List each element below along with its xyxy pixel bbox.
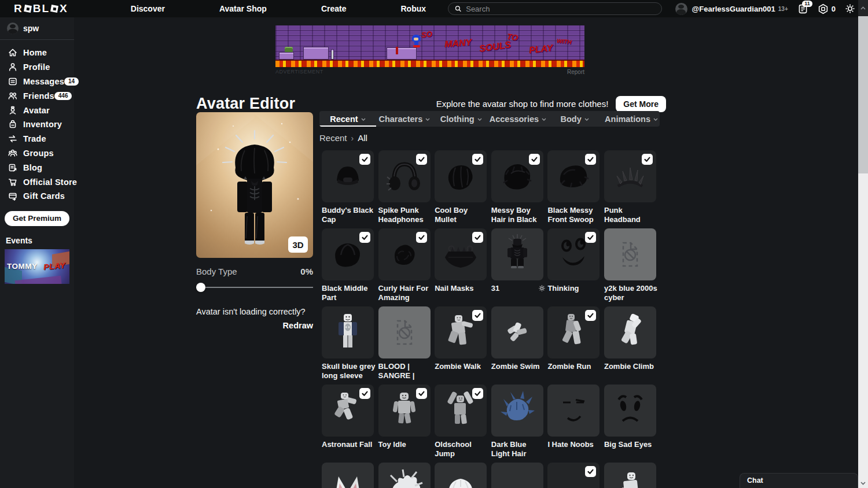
scrollbar-thumb[interactable] (858, 16, 868, 173)
item-tile[interactable] (322, 306, 374, 358)
search-input[interactable] (466, 5, 656, 13)
nav-link-create[interactable]: Create (294, 4, 374, 13)
breadcrumb-recent[interactable]: Recent (319, 133, 347, 143)
item-tile[interactable] (378, 306, 431, 358)
item-tile[interactable] (547, 150, 599, 202)
slider-thumb[interactable] (196, 283, 205, 292)
outfit-settings-gear-icon[interactable] (538, 284, 546, 292)
item-checkbox-checked[interactable] (585, 310, 596, 321)
roblox-logo[interactable]: RBLX (14, 2, 68, 15)
sidebar-menu: HomeProfileMessages14Friends446AvatarInv… (0, 46, 74, 204)
nav-link-robux[interactable]: Robux (373, 4, 453, 13)
item-tile[interactable] (322, 228, 374, 280)
item-tile[interactable] (491, 306, 543, 358)
page-scrollbar[interactable] (858, 0, 868, 488)
item-checkbox-checked[interactable] (416, 154, 427, 165)
sidebar-item-inventory[interactable]: Inventory (0, 117, 74, 132)
redraw-link[interactable]: Redraw (196, 321, 313, 330)
item-tile[interactable] (604, 385, 656, 437)
username-label[interactable]: @FearlessGuardian001 (692, 5, 775, 13)
item-tile[interactable] (435, 463, 487, 488)
robux-button[interactable]: 0 (818, 3, 836, 14)
settings-button[interactable] (845, 3, 855, 14)
item-tile[interactable] (435, 385, 487, 437)
item-tile[interactable] (547, 385, 599, 437)
item-tile[interactable] (435, 228, 487, 280)
item-checkbox-checked[interactable] (359, 232, 370, 243)
item-tile[interactable] (378, 385, 431, 437)
item-checkbox-checked[interactable] (472, 232, 483, 243)
slider-track (196, 287, 313, 288)
body-type-label: Body Type (196, 267, 237, 276)
item-checkbox-checked[interactable] (472, 310, 483, 321)
item-checkbox-checked[interactable] (359, 388, 370, 399)
item-checkbox-checked[interactable] (529, 154, 540, 165)
item-tile[interactable] (491, 463, 543, 488)
sidebar-item-messages[interactable]: Messages14 (0, 75, 74, 89)
item-tile[interactable] (604, 463, 656, 488)
sidebar-item-groups[interactable]: Groups (0, 146, 74, 161)
item-checkbox-checked[interactable] (642, 154, 653, 165)
item-checkbox-checked[interactable] (585, 154, 596, 165)
item-checkbox-checked[interactable] (359, 154, 370, 165)
item-tile[interactable] (322, 463, 374, 488)
tab-accessories[interactable]: Accessories (490, 111, 546, 127)
avatar-preview[interactable]: 3D (196, 112, 313, 258)
nav-link-avatar-shop[interactable]: Avatar Shop (192, 4, 294, 13)
sidebar-item-friends[interactable]: Friends446 (0, 88, 74, 103)
item-tile[interactable] (322, 150, 374, 202)
breadcrumb-all[interactable]: All (358, 133, 367, 143)
item-tile[interactable] (547, 463, 599, 488)
item-checkbox-checked[interactable] (416, 232, 427, 243)
ad-banner[interactable]: SOMANYSOULSTOPLAYWITH (275, 25, 584, 67)
item-checkbox-checked[interactable] (585, 232, 596, 243)
item-tile[interactable] (378, 150, 431, 202)
get-premium-button[interactable]: Get Premium (5, 211, 69, 226)
sidebar-user[interactable]: spw (0, 17, 74, 40)
get-more-button[interactable]: Get More (616, 96, 666, 112)
tab-clothing[interactable]: Clothing (433, 111, 490, 127)
item-tile[interactable] (322, 385, 374, 437)
item-tile[interactable] (491, 150, 543, 202)
item-checkbox-checked[interactable] (416, 388, 427, 399)
item-tile[interactable] (491, 385, 543, 437)
nav-link-discover[interactable]: Discover (104, 4, 192, 13)
3d-toggle-button[interactable]: 3D (288, 236, 308, 253)
event-banner-tommy-play[interactable]: TOMMY PLAY (5, 249, 69, 284)
sidebar-item-avatar[interactable]: Avatar (0, 103, 74, 117)
scrollbar-down-button[interactable] (858, 479, 868, 488)
chat-bar[interactable]: Chat (740, 473, 858, 488)
tab-body[interactable]: Body (546, 111, 603, 127)
item-tile[interactable] (604, 306, 656, 358)
item-tile[interactable] (491, 228, 543, 280)
sidebar-item-home[interactable]: Home (0, 46, 74, 60)
item-tile[interactable] (604, 150, 656, 202)
profile-icon (8, 62, 18, 72)
body-type-slider[interactable] (196, 283, 313, 292)
tab-animations[interactable]: Animations (603, 111, 660, 127)
user-avatar[interactable] (675, 3, 687, 15)
tab-characters[interactable]: Characters (376, 111, 433, 127)
item-checkbox-checked[interactable] (472, 154, 483, 165)
item-checkbox-checked[interactable] (585, 466, 596, 477)
item-tile[interactable] (435, 150, 487, 202)
sidebar-item-trade[interactable]: Trade (0, 132, 74, 146)
item-tile[interactable] (378, 463, 431, 488)
item-tile[interactable] (604, 228, 656, 280)
sidebar-item-gift-cards[interactable]: Gift Cards (0, 189, 74, 204)
breadcrumb-separator: › (351, 134, 354, 143)
scrollbar-up-button[interactable] (858, 0, 868, 16)
item-tile[interactable] (547, 306, 599, 358)
sidebar-item-profile[interactable]: Profile (0, 60, 74, 75)
item-tile[interactable] (547, 228, 599, 280)
sidebar-item-blog[interactable]: Blog (0, 160, 74, 175)
sidebar-item-official-store[interactable]: Official Store (0, 175, 74, 189)
events-heading: Events (6, 236, 74, 245)
ad-report-link[interactable]: Report (567, 69, 584, 75)
item-tile[interactable] (435, 306, 487, 358)
tab-recent[interactable]: Recent (319, 111, 376, 127)
notifications-button[interactable]: 11 (797, 3, 808, 14)
item-tile[interactable] (378, 228, 431, 280)
search-bar[interactable] (448, 2, 662, 15)
item-checkbox-checked[interactable] (472, 388, 483, 399)
